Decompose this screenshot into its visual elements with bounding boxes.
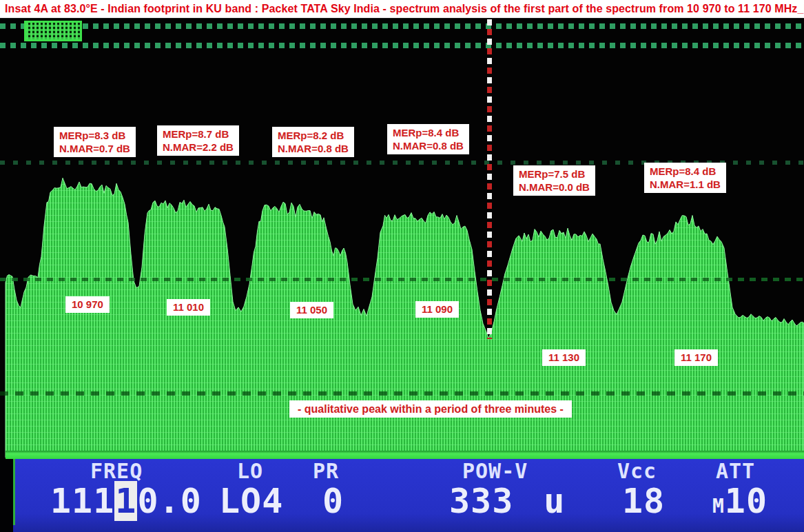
spectrum-analyzer-screen: Insat 4A at 83.0°E - Indian footprint in… [0,0,804,532]
mer-label: MERp=8.4 dB N.MAR=1.1 dB [644,163,726,193]
merp-value: MERp=8.4 dB [393,126,464,139]
freq-digits-post: 0.0 [137,481,201,521]
graticule-line-ref-over [0,278,804,281]
nmar-value: N.MAR=0.0 dB [519,181,590,194]
freq-label: 11 090 [415,301,459,318]
pr-value: 0 [322,482,344,520]
bottom-status-bar: FREQ 11110.0 LO LO4 PR 0 POW-V 333u Vcc … [0,459,804,532]
battery-icon [24,21,82,41]
freq-label: 11 050 [290,302,333,318]
nmar-value: N.MAR=0.8 dB [278,142,349,155]
mer-label: MERp=8.7 dB N.MAR=2.2 dB [157,125,239,156]
powv-unit: u [544,481,565,521]
lo-field-label: LO [237,461,263,482]
nmar-value: N.MAR=0.7 dB [59,142,130,155]
mer-label: MERp=7.5 dB N.MAR=0.0 dB [513,165,595,196]
caption-label: - qualitative peak within a period of th… [289,400,572,418]
att-prefix: M [712,495,725,518]
freq-field-label: FREQ [90,461,143,482]
freq-input[interactable]: 11110.0 [50,482,202,520]
marker-line [487,19,492,339]
nmar-value: N.MAR=1.1 dB [650,178,721,191]
freq-digits-pre: 111 [50,481,114,521]
bottom-bar-green-edge [13,459,15,525]
powv-number: 333 [449,481,513,521]
merp-value: MERp=8.4 dB [650,165,721,178]
lo-value: LO4 [219,482,283,520]
graticule-line-low [0,391,804,396]
freq-label: 11 010 [167,299,210,316]
nmar-value: N.MAR=0.8 dB [393,139,464,152]
powv-field-label: POW-V [462,461,528,482]
mer-label: MERp=8.2 dB N.MAR=0.8 dB [272,127,354,157]
att-number: 10 [725,481,767,521]
nmar-value: N.MAR=2.2 dB [163,141,234,154]
title-bar: Insat 4A at 83.0°E - Indian footprint in… [0,0,804,19]
baseline-strip [6,451,804,459]
mer-label: MERp=8.3 dB N.MAR=0.7 dB [54,127,136,157]
freq-label: 10 970 [65,296,110,313]
spectrum-area: MERp=8.3 dB N.MAR=0.7 dB MERp=8.7 dB N.M… [0,18,804,458]
freq-label: 11 130 [542,349,586,366]
merp-value: MERp=8.2 dB [278,129,349,142]
merp-value: MERp=7.5 dB [519,167,590,181]
pr-field-label: PR [313,461,339,482]
page-title: Insat 4A at 83.0°E - Indian footprint in… [0,3,804,15]
att-value: M10 [712,482,767,526]
freq-cursor-digit[interactable]: 1 [114,481,137,521]
powv-value: 333u [449,482,565,520]
vcc-field-label: Vcc [617,461,657,482]
merp-value: MERp=8.7 dB [163,127,234,141]
merp-value: MERp=8.3 dB [59,129,130,142]
mer-label: MERp=8.4 dB N.MAR=0.8 dB [387,124,469,154]
bottom-bar-left-edge [0,459,13,532]
att-field-label: ATT [716,461,755,482]
freq-label: 11 170 [674,349,718,366]
vcc-value: 18 [622,482,665,520]
